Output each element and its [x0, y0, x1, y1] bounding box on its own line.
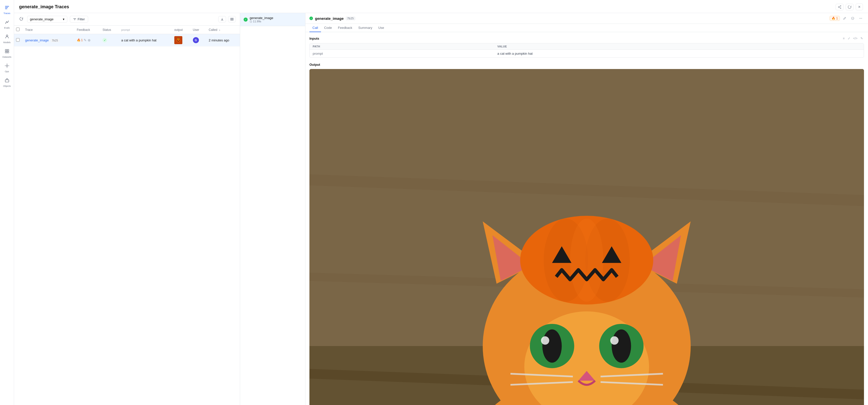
user-col-header: User: [190, 26, 206, 34]
detail-status-icon: ✓: [309, 16, 313, 20]
svg-rect-10: [230, 18, 231, 20]
svg-rect-2: [7, 49, 9, 51]
columns-button[interactable]: [228, 16, 236, 22]
sort-icon: ↓: [219, 28, 220, 32]
sidebar-item-traces[interactable]: Traces: [1, 3, 13, 16]
trace-name-link[interactable]: generate_image: [25, 38, 50, 42]
traces-icon: [4, 5, 9, 11]
svg-point-42: [612, 330, 631, 363]
svg-point-41: [542, 330, 562, 363]
prompt-cell: a cat with a pumpkin hat: [118, 34, 171, 46]
svg-rect-3: [5, 52, 7, 53]
header-actions: ✕: [836, 3, 863, 10]
svg-point-44: [610, 336, 619, 344]
detail-version-badge: 7b25: [346, 16, 355, 20]
inputs-table-row: prompt a cat with a pumpkin hat: [310, 50, 864, 58]
feedback-col-header: Feedback: [74, 26, 99, 34]
feedback-minus-button[interactable]: [849, 15, 856, 21]
tab-code[interactable]: Code: [321, 24, 335, 32]
input-value-cell: a cat with a pumpkin hat: [494, 50, 864, 58]
chevron-down-icon: ▾: [63, 17, 65, 21]
tab-use[interactable]: Use: [375, 24, 387, 32]
sidebar-item-objects[interactable]: Objects: [1, 76, 13, 89]
toolbar: generate_image ▾ Filter: [14, 13, 240, 26]
table-row[interactable]: generate_image 7b25 🔥 1 ✎: [14, 34, 240, 46]
sidebar-item-datasets[interactable]: Datasets: [1, 47, 13, 60]
filter-value: generate_image: [30, 17, 54, 21]
add-feedback-icon[interactable]: ⊕: [88, 38, 91, 42]
svg-rect-6: [5, 80, 9, 82]
output-image-thumbnail: [174, 36, 182, 44]
fire-badge: 🔥 1: [830, 16, 840, 21]
refresh-header-button[interactable]: [846, 4, 854, 10]
sidebar-item-evals[interactable]: Evals: [1, 18, 13, 31]
trace-col-header: Trace: [22, 26, 74, 34]
filter-select[interactable]: generate_image ▾: [27, 16, 67, 23]
sidebar-item-datasets-label: Datasets: [2, 56, 11, 58]
share-button[interactable]: [836, 4, 844, 10]
tab-feedback[interactable]: Feedback: [335, 24, 355, 32]
main-content: generate_image Traces ✕ generate_image ▾: [14, 0, 868, 405]
inputs-edit-btn[interactable]: ✎: [860, 36, 864, 41]
detail-header-actions: 🔥 1: [830, 15, 864, 21]
value-header: Value: [494, 43, 864, 49]
sidebar-item-models[interactable]: Models: [1, 32, 13, 46]
user-cell: G: [190, 34, 206, 46]
detail-panel: ✓ generate_image 7b25 🔥 1: [305, 13, 868, 405]
status-check: ✓: [102, 38, 107, 42]
called-cell: 2 minutes ago: [206, 34, 240, 46]
page-title: generate_image Traces: [19, 4, 69, 9]
inputs-table-header: Path Value: [310, 43, 864, 50]
svg-rect-1: [5, 49, 7, 51]
select-all-checkbox[interactable]: [16, 28, 20, 31]
svg-point-54: [570, 218, 603, 302]
input-path-cell: prompt: [310, 50, 494, 58]
export-button[interactable]: [218, 16, 226, 22]
filter-button[interactable]: Filter: [70, 16, 88, 23]
sidebar-item-ops-label: Ops: [5, 70, 9, 73]
svg-rect-4: [7, 52, 9, 53]
inputs-table: Path Value prompt a cat with a pumpkin h…: [309, 43, 864, 58]
output-col-header: output: [171, 26, 190, 34]
sidebar-item-ops[interactable]: Ops: [1, 61, 13, 75]
tab-summary[interactable]: Summary: [355, 24, 375, 32]
inputs-section-actions: ≡ ⤢ </> ✎: [842, 36, 864, 41]
called-col-header: Called ↓: [206, 26, 240, 34]
evals-icon: [4, 20, 9, 26]
traces-table: Trace Feedback Status prompt output User…: [14, 26, 240, 46]
feedback-icons: 🔥 1 ✎ ⊕: [77, 38, 96, 42]
version-tag: 7b25: [51, 39, 59, 42]
tree-item-time: 11.99s: [250, 20, 302, 23]
inputs-expand-btn[interactable]: ⤢: [847, 36, 851, 41]
sidebar-item-evals-label: Evals: [4, 27, 9, 29]
prompt-col-header: prompt: [118, 26, 171, 34]
edit-feedback-icon[interactable]: ✎: [84, 38, 87, 42]
detail-tabs: Call Code Feedback Summary Use: [305, 24, 868, 32]
tab-call[interactable]: Call: [309, 24, 321, 32]
tree-item-status-icon: ✓: [244, 18, 248, 22]
svg-point-5: [6, 65, 8, 67]
path-header: Path: [310, 43, 494, 49]
svg-point-43: [541, 336, 549, 344]
inputs-code-view-btn[interactable]: </>: [852, 36, 859, 41]
tree-item-generate-image[interactable]: ✓ generate_image 11.99s: [240, 13, 305, 26]
tree-item-name: generate_image: [250, 16, 302, 20]
svg-point-23: [862, 18, 862, 19]
svg-point-8: [840, 8, 841, 8]
filter-label: Filter: [78, 17, 85, 21]
output-cell: [171, 34, 190, 46]
output-image-container: [309, 69, 864, 405]
sidebar-item-models-label: Models: [3, 41, 10, 44]
more-options-button[interactable]: [858, 15, 864, 21]
row-checkbox[interactable]: [16, 38, 20, 42]
detail-header: ✓ generate_image 7b25 🔥 1: [305, 13, 868, 24]
refresh-button[interactable]: [18, 15, 25, 23]
inputs-list-view-btn[interactable]: ≡: [842, 36, 846, 41]
objects-icon: [4, 78, 9, 84]
status-col-header: Status: [99, 26, 118, 34]
svg-point-22: [861, 18, 861, 19]
close-button[interactable]: ✕: [856, 3, 863, 10]
feedback-edit-button[interactable]: [841, 15, 848, 21]
table-panel: generate_image ▾ Filter: [14, 13, 240, 405]
svg-rect-16: [178, 38, 179, 39]
